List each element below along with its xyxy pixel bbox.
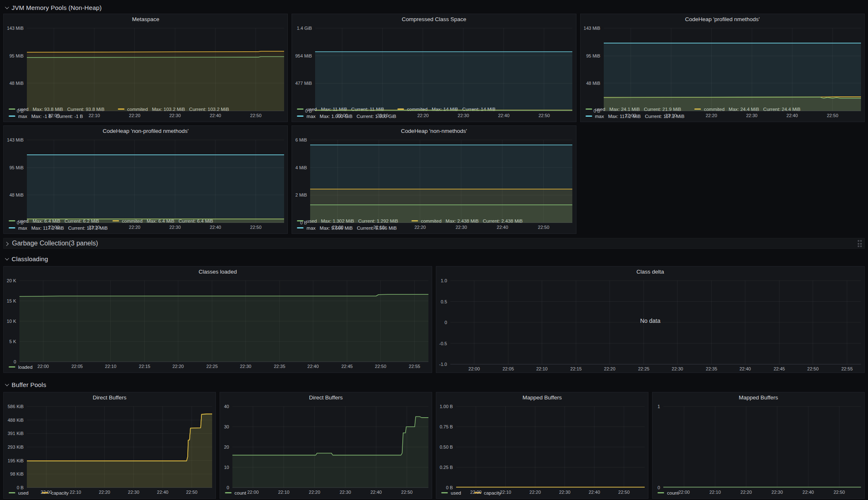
no-data-message: No data [436, 317, 864, 324]
chart-classes-loaded[interactable]: 05 K10 K15 K20 K22:0022:0522:1022:1522:2… [4, 277, 432, 363]
panel-mapped-buffers-count: Mapped Buffers 0122:0022:1022:2022:3022:… [652, 392, 865, 499]
panel-title[interactable]: CodeHeap 'non-profiled nmethods' [4, 126, 287, 137]
panel-title[interactable]: CodeHeap 'profiled nmethods' [581, 14, 864, 25]
panel-title[interactable]: Classes loaded [4, 267, 432, 277]
panel-title[interactable]: Metaspace [4, 14, 287, 25]
panel-row-2: CodeHeap 'non-profiled nmethods' 0 B48 M… [3, 125, 865, 234]
panel-metaspace: Metaspace 0 B48 MiB95 MiB143 MiB22:0022:… [3, 14, 288, 122]
empty-grid-cell [580, 125, 865, 234]
section-title: Buffer Pools [12, 381, 46, 388]
chevron-right-icon [5, 242, 9, 246]
panel-title[interactable]: Mapped Buffers [653, 392, 864, 403]
chart-metaspace[interactable]: 0 B48 MiB95 MiB143 MiB22:0022:1022:2022:… [4, 25, 287, 105]
chart-codeheap-nonnmethods[interactable]: 0 B2 MiB4 MiB6 MiB22:0022:1022:2022:3022… [292, 137, 576, 217]
drag-handle-icon[interactable] [858, 240, 862, 247]
section-panel-count: (3 panels) [69, 240, 98, 247]
chevron-down-icon [5, 256, 9, 260]
panel-title[interactable]: Class delta [436, 267, 864, 277]
section-header-buffer-pools[interactable]: Buffer Pools [3, 380, 865, 389]
panel-title[interactable]: Mapped Buffers [436, 392, 648, 403]
chart-direct-buffers-bytes[interactable]: 0 B98 KiB195 KiB293 KiB391 KiB488 KiB586… [4, 403, 215, 489]
chart-codeheap-profiled[interactable]: 0 B48 MiB95 MiB143 MiB22:0022:1022:2022:… [581, 25, 864, 105]
chart-codeheap-nonprofiled[interactable]: 0 B48 MiB95 MiB143 MiB22:0022:1022:2022:… [4, 137, 287, 217]
panel-mapped-buffers-bytes: Mapped Buffers 0 B0.25 B0.50 B0.75 B1.00… [436, 392, 648, 499]
chevron-down-icon [5, 5, 9, 9]
chart-compressed-class-space[interactable]: 0 B477 MiB954 MiB1.4 GiB22:0022:1022:202… [292, 25, 576, 105]
panel-row-3: Classes loaded 05 K10 K15 K20 K22:0022:0… [3, 266, 865, 373]
section-title: JVM Memory Pools (Non-Heap) [12, 4, 102, 11]
chart-mapped-buffers-count[interactable]: 0122:0022:1022:2022:3022:4022:50 [653, 403, 864, 489]
panel-title[interactable]: Direct Buffers [220, 392, 432, 403]
panel-title[interactable]: CodeHeap 'non-nmethods' [292, 126, 576, 137]
chevron-down-icon [5, 382, 9, 386]
chart-class-delta[interactable]: -1.0-0.500.51.022:0022:0522:1022:1522:20… [436, 277, 864, 373]
panel-codeheap-profiled: CodeHeap 'profiled nmethods' 0 B48 MiB95… [580, 14, 865, 122]
panel-codeheap-nonprofiled: CodeHeap 'non-profiled nmethods' 0 B48 M… [3, 125, 288, 234]
section-header-jvm-memory-pools[interactable]: JVM Memory Pools (Non-Heap) [3, 2, 865, 12]
panel-row-1: Metaspace 0 B48 MiB95 MiB143 MiB22:0022:… [3, 14, 865, 122]
dashboard: JVM Memory Pools (Non-Heap) Metaspace 0 … [0, 0, 868, 500]
panel-title[interactable]: Direct Buffers [4, 392, 215, 403]
section-header-garbage-collection[interactable]: Garbage Collection (3 panels) [3, 238, 865, 249]
panel-codeheap-nonnmethods: CodeHeap 'non-nmethods' 0 B2 MiB4 MiB6 M… [292, 125, 576, 234]
section-header-classloading[interactable]: Classloading [3, 254, 865, 264]
section-title: Classloading [12, 255, 48, 262]
panel-direct-buffers-count: Direct Buffers 01020304022:0022:1022:202… [220, 392, 432, 499]
panel-direct-buffers-bytes: Direct Buffers 0 B98 KiB195 KiB293 KiB39… [3, 392, 216, 499]
panel-row-4: Direct Buffers 0 B98 KiB195 KiB293 KiB39… [3, 392, 865, 499]
panel-compressed-class-space: Compressed Class Space 0 B477 MiB954 MiB… [292, 14, 576, 122]
panel-class-delta: Class delta -1.0-0.500.51.022:0022:0522:… [436, 266, 865, 373]
chart-direct-buffers-count[interactable]: 01020304022:0022:1022:2022:3022:4022:50 [220, 403, 432, 489]
section-title: Garbage Collection [12, 240, 69, 247]
chart-mapped-buffers-bytes[interactable]: 0 B0.25 B0.50 B0.75 B1.00 B22:0022:1022:… [436, 403, 648, 489]
panel-classes-loaded: Classes loaded 05 K10 K15 K20 K22:0022:0… [3, 266, 432, 373]
panel-title[interactable]: Compressed Class Space [292, 14, 576, 25]
